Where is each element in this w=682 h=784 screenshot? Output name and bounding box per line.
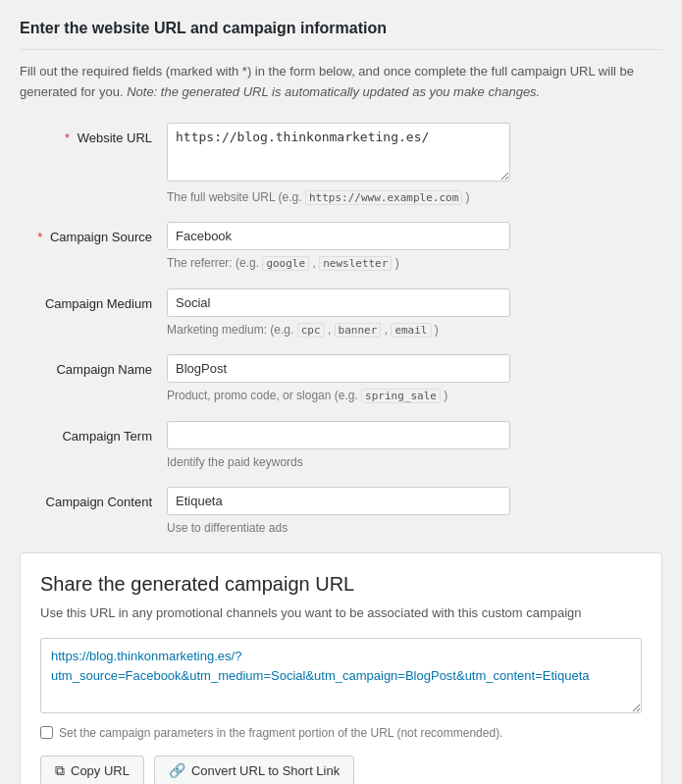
campaign-content-row: Campaign Content Use to differentiate ad…: [20, 487, 662, 537]
website-url-row: * Website URL https://blog.thinkonmarket…: [20, 123, 662, 207]
campaign-term-hint: Identify the paid keywords: [167, 453, 510, 471]
website-url-hint: The full website URL (e.g. https://www.e…: [167, 188, 510, 207]
campaign-medium-field-wrap: Marketing medium: (e.g. cpc , banner , e…: [167, 288, 662, 340]
campaign-form: * Website URL https://blog.thinkonmarket…: [20, 123, 662, 537]
generated-url-textarea[interactable]: https://blog.thinkonmarketing.es/?utm_so…: [40, 638, 642, 713]
campaign-medium-hint: Marketing medium: (e.g. cpc , banner , e…: [167, 321, 510, 340]
fragment-checkbox[interactable]: [40, 726, 53, 739]
convert-url-button[interactable]: 🔗 Convert URL to Short Link: [154, 756, 354, 784]
share-section: Share the generated campaign URL Use thi…: [20, 552, 662, 784]
campaign-source-hint: The referrer: (e.g. google , newsletter …: [167, 254, 510, 273]
campaign-content-input[interactable]: [167, 487, 510, 515]
campaign-content-hint: Use to differentiate ads: [167, 519, 510, 537]
campaign-content-label: Campaign Content: [20, 487, 167, 509]
campaign-medium-label: Campaign Medium: [20, 288, 167, 311]
website-url-input[interactable]: https://blog.thinkonmarketing.es/: [167, 123, 510, 182]
campaign-source-field-wrap: The referrer: (e.g. google , newsletter …: [167, 222, 662, 273]
page-container: Enter the website URL and campaign infor…: [0, 0, 682, 784]
fragment-option-row: Set the campaign parameters in the fragm…: [40, 726, 642, 740]
campaign-term-row: Campaign Term Identify the paid keywords: [20, 421, 662, 471]
page-title: Enter the website URL and campaign infor…: [20, 20, 662, 50]
fragment-label[interactable]: Set the campaign parameters in the fragm…: [59, 726, 502, 740]
campaign-term-input[interactable]: [167, 421, 510, 449]
required-star: *: [65, 131, 70, 145]
campaign-source-row: * Campaign Source The referrer: (e.g. go…: [20, 222, 662, 273]
campaign-medium-input[interactable]: [167, 288, 510, 317]
description-italic: Note: the generated URL is automatically…: [127, 84, 540, 99]
action-buttons: ⧉ Copy URL 🔗 Convert URL to Short Link: [40, 756, 642, 784]
campaign-name-hint: Product, promo code, or slogan (e.g. spr…: [167, 387, 510, 405]
campaign-name-row: Campaign Name Product, promo code, or sl…: [20, 354, 662, 405]
campaign-content-field-wrap: Use to differentiate ads: [167, 487, 662, 537]
copy-url-button[interactable]: ⧉ Copy URL: [40, 756, 144, 784]
copy-icon: ⧉: [55, 762, 65, 779]
campaign-name-input[interactable]: [167, 354, 510, 383]
website-url-label: * Website URL: [20, 123, 167, 145]
campaign-term-field-wrap: Identify the paid keywords: [167, 421, 662, 471]
website-url-field-wrap: https://blog.thinkonmarketing.es/ The fu…: [167, 123, 662, 207]
campaign-name-label: Campaign Name: [20, 354, 167, 377]
share-description: Use this URL in any promotional channels…: [40, 603, 642, 623]
campaign-source-label: * Campaign Source: [20, 222, 167, 244]
campaign-medium-row: Campaign Medium Marketing medium: (e.g. …: [20, 288, 662, 340]
share-title: Share the generated campaign URL: [40, 573, 642, 596]
required-star-source: *: [37, 230, 42, 244]
link-icon: 🔗: [169, 762, 185, 778]
campaign-source-input[interactable]: [167, 222, 510, 250]
campaign-name-field-wrap: Product, promo code, or slogan (e.g. spr…: [167, 354, 662, 405]
page-description: Fill out the required fields (marked wit…: [20, 62, 662, 103]
campaign-term-label: Campaign Term: [20, 421, 167, 444]
